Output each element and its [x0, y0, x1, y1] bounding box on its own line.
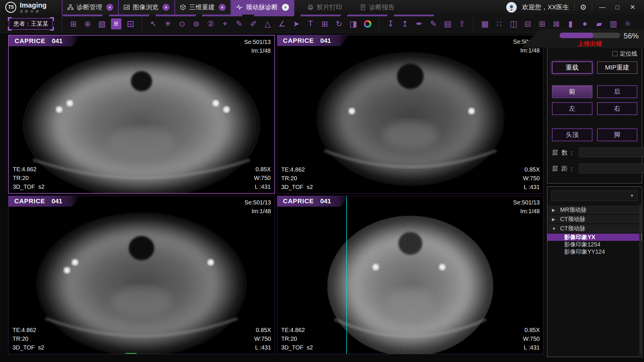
- minimize-button[interactable]: —: [597, 3, 607, 11]
- tab-close-icon[interactable]: ✕: [106, 4, 113, 11]
- pseudo-color-icon[interactable]: [362, 18, 373, 29]
- tab-label: 三维重建: [189, 3, 215, 12]
- select-icon[interactable]: ➤: [291, 18, 301, 29]
- te-text: TE:4.862: [281, 326, 313, 334]
- tab-close-icon[interactable]: ✕: [163, 4, 170, 11]
- maximize-button[interactable]: □: [613, 3, 622, 11]
- tab-颈动脉诊断[interactable]: 颈动脉诊断✕: [230, 0, 294, 15]
- tree-item-label: CT颈动脉: [560, 225, 585, 232]
- settings-gear-icon[interactable]: ⚙: [580, 3, 587, 12]
- parameter-input[interactable]: [579, 148, 644, 157]
- tree-item-影像印象YX[interactable]: 影像印象YX: [547, 234, 642, 241]
- image-browse-icon[interactable]: ▧: [97, 18, 107, 29]
- tab-胶片打印[interactable]: 胶片打印: [303, 0, 347, 15]
- shape-ellipse-icon[interactable]: ●: [580, 18, 590, 29]
- layout-close-icon[interactable]: ⊠: [551, 18, 562, 29]
- tab-三维重建[interactable]: 三维重建✕: [174, 0, 230, 15]
- chevron-collapsed-icon[interactable]: ▶: [552, 208, 557, 212]
- direction-button-右[interactable]: 右: [597, 102, 638, 115]
- pan-icon[interactable]: ⌖: [220, 18, 230, 29]
- viewport-4[interactable]: CAPRICE 041 Se:501/13 Im:1/48 TE:4.862 T…: [277, 196, 544, 354]
- viewport-1[interactable]: CAPRICE 041 Se:501/13 Im:1/48 TE:4.862 T…: [8, 35, 275, 194]
- direction-button-前[interactable]: 前: [552, 85, 592, 98]
- tree-item-MR颈动脉[interactable]: ▶MR颈动脉: [547, 206, 642, 214]
- measure-line-icon[interactable]: ✎: [234, 18, 244, 29]
- right-panel: MIP未选MIP未选MIP » 定位线 重载MIP重建 前后左右头顶脚 层 数：…: [547, 33, 642, 358]
- volume-3d-icon[interactable]: ⊡: [125, 18, 136, 29]
- image-upload-icon[interactable]: ⇪: [457, 18, 467, 29]
- pseudo-color-wheel: [364, 20, 371, 28]
- direction-button-后[interactable]: 后: [597, 85, 638, 98]
- tree-item-影像印象1254[interactable]: 影像印象1254: [547, 241, 642, 248]
- parameter-row: 层 数：: [552, 148, 637, 157]
- layout-2col-icon[interactable]: ◫: [508, 18, 519, 29]
- measure-ellipse-icon[interactable]: ✐: [248, 18, 259, 29]
- zoom-2x-icon[interactable]: ②: [205, 18, 216, 29]
- MIP重建-button[interactable]: MIP重建: [597, 61, 638, 74]
- parameter-input[interactable]: [579, 164, 644, 173]
- 重载-button[interactable]: 重载: [552, 61, 592, 74]
- zoom-icon[interactable]: ⊙: [177, 18, 187, 29]
- tree-item-影像印象YY124[interactable]: 影像印象YY124: [547, 248, 642, 255]
- angle-icon[interactable]: ∠: [277, 18, 287, 29]
- shape-rect-icon[interactable]: ▮: [565, 18, 576, 29]
- acquisition-overlay: TE:4.862 TR:20 3D_TOF s2: [281, 326, 313, 352]
- layout-2row-icon[interactable]: ⊟: [523, 18, 533, 29]
- rotate-icon[interactable]: ↻: [334, 18, 344, 29]
- tree-item-label: 影像印象YX: [564, 233, 595, 241]
- patient-tag[interactable]: 患者：王某某: [9, 18, 53, 30]
- tab-图像浏览[interactable]: 图像浏览✕: [118, 0, 174, 15]
- upload-percent: 56%: [624, 31, 639, 40]
- series-dropdown[interactable]: ▼: [551, 190, 638, 201]
- parameter-label: 层 数：: [552, 149, 575, 157]
- chevron-collapsed-icon[interactable]: ▶: [552, 217, 557, 222]
- tab-close-icon[interactable]: ✕: [282, 4, 289, 11]
- direction-button-左[interactable]: 左: [552, 102, 592, 115]
- viewport-2[interactable]: CAPRICE 041 Se:501/13 Im:1/48 TE:4.862 T…: [277, 35, 544, 194]
- direction-button-头顶[interactable]: 头顶: [552, 128, 592, 141]
- image-index-text: Im:1/48: [513, 207, 540, 216]
- tree-scrollbar[interactable]: [639, 204, 641, 355]
- zoom-region-icon[interactable]: ⊚: [191, 18, 202, 29]
- close-button[interactable]: ✕: [628, 3, 638, 11]
- tree-item-CT颈动脉[interactable]: ▼CT颈动脉: [547, 224, 642, 233]
- upload-progress-fill: [560, 33, 593, 38]
- layout-2x2-icon[interactable]: ⊞: [537, 18, 547, 29]
- invert-icon[interactable]: ◨: [348, 18, 359, 29]
- tab-underline-strip: [202, 15, 243, 16]
- shape-rect-close-icon[interactable]: ▰: [594, 18, 604, 29]
- roi-polygon-icon[interactable]: △: [262, 18, 273, 29]
- open-study-icon[interactable]: ⊕: [82, 18, 93, 29]
- tab-underline-strip: [393, 15, 435, 16]
- text-icon[interactable]: T: [305, 18, 316, 29]
- export-icon[interactable]: ↧: [385, 18, 396, 29]
- import-icon[interactable]: ↥: [400, 18, 410, 29]
- brush-icon[interactable]: ✎: [428, 18, 439, 29]
- layout-quad-icon[interactable]: ∷: [494, 18, 504, 29]
- toolbar-group-divider: [62, 18, 62, 30]
- tab-close-icon[interactable]: ✕: [219, 4, 226, 11]
- window-level-icon[interactable]: ☀: [163, 18, 173, 29]
- tree-item-CT颈动脉[interactable]: ▶CT颈动脉: [547, 215, 642, 223]
- annotate-box-icon[interactable]: ⊞: [320, 18, 330, 29]
- chevron-expanded-icon[interactable]: ▼: [552, 226, 557, 231]
- viewport-number: 041: [320, 37, 331, 45]
- layers-icon[interactable]: ≡: [111, 18, 121, 29]
- direction-button-脚[interactable]: 脚: [597, 128, 638, 141]
- mri-image: [8, 196, 275, 354]
- tab-诊断报告[interactable]: 诊断报告: [355, 0, 399, 15]
- ai-assist-icon[interactable]: ⚛: [622, 18, 633, 29]
- user-avatar[interactable]: [506, 2, 517, 13]
- pen-icon[interactable]: ✒: [414, 18, 424, 29]
- localizer-checkbox[interactable]: [613, 51, 617, 56]
- filmstrip-icon[interactable]: ▥: [608, 18, 619, 29]
- report-add-icon[interactable]: ▤: [442, 18, 453, 29]
- zoom-text: 0.85X: [523, 326, 540, 334]
- new-study-icon[interactable]: ⊞: [68, 18, 79, 29]
- tab-诊断管理[interactable]: 诊断管理✕: [62, 0, 118, 15]
- viewport-3[interactable]: CAPRICE 041 Se:501/13 Im:1/48 TE:4.862 T…: [8, 196, 275, 354]
- layout-grid-icon[interactable]: ▦: [480, 18, 490, 29]
- toolbar-group-divider: [473, 18, 474, 30]
- pointer-icon[interactable]: ↖: [148, 18, 159, 29]
- tab-underline-strip: [108, 15, 150, 16]
